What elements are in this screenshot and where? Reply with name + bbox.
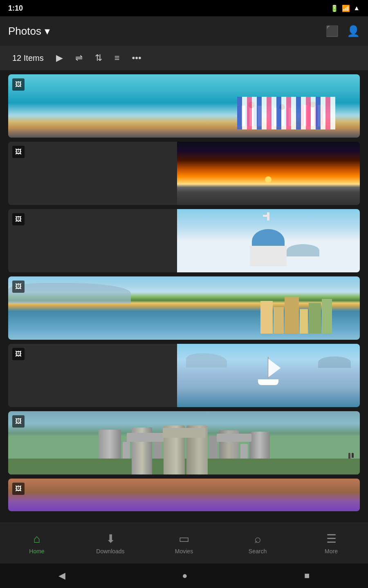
more-options-button[interactable]: ••• — [132, 53, 141, 63]
search-label: Search — [249, 548, 267, 555]
status-icons: 🔋 📶 ▲ — [330, 4, 360, 12]
nav-search[interactable]: ⌕ Search — [221, 532, 294, 555]
filter2-button[interactable]: ≡ — [114, 53, 120, 63]
home-icon: ⌂ — [34, 532, 40, 546]
svg-point-13 — [279, 104, 285, 110]
dropdown-icon: ▾ — [45, 25, 50, 38]
media-item-4[interactable]: 🖼 — [8, 276, 360, 340]
wifi-icon: ▲ — [353, 4, 360, 12]
media-icon-7: 🖼 — [12, 483, 25, 495]
media-item-6[interactable]: 🖼 — [8, 411, 360, 474]
svg-rect-2 — [249, 106, 254, 126]
media-item-2[interactable]: 🖼 — [8, 142, 360, 205]
svg-rect-9 — [304, 105, 307, 126]
media-image-4 — [8, 276, 360, 340]
toolbar: 12 Items ▶ ⇌ ⇅ ≡ ••• — [0, 46, 368, 70]
nav-more[interactable]: ☰ More — [294, 532, 368, 555]
media-icon-2: 🖼 — [12, 146, 25, 158]
svg-rect-8 — [301, 105, 323, 126]
svg-point-14 — [310, 102, 316, 107]
svg-rect-7 — [289, 108, 292, 126]
media-item-5[interactable]: 🖼 — [8, 344, 360, 407]
media-icon-4: 🖼 — [12, 281, 25, 293]
status-time: 1:10 — [8, 4, 23, 13]
nav-downloads[interactable]: ⬇ Downloads — [74, 532, 147, 555]
profile-icon[interactable]: 👤 — [347, 25, 360, 38]
media-list: 🖼 — [0, 70, 368, 560]
home-label: Home — [29, 548, 44, 555]
nav-home[interactable]: ⌂ Home — [0, 532, 74, 555]
app-bar: Photos ▾ ⬛ 👤 — [0, 16, 368, 46]
media-item-1[interactable]: 🖼 — [8, 74, 360, 138]
media-image-6 — [8, 411, 360, 474]
media-icon-6: 🖼 — [12, 415, 25, 428]
bottom-nav: ⌂ Home ⬇ Downloads ▭ Movies ⌕ Search ☰ M… — [0, 523, 368, 564]
media-icon-1: 🖼 — [12, 78, 25, 91]
movies-icon: ▭ — [179, 532, 189, 546]
svg-rect-0 — [237, 106, 262, 126]
signal-icon: 📶 — [342, 4, 350, 12]
downloads-icon: ⬇ — [106, 532, 115, 546]
svg-rect-11 — [318, 105, 321, 126]
media-image-1 — [8, 74, 360, 138]
app-bar-actions: ⬛ 👤 — [325, 25, 360, 38]
downloads-label: Downloads — [96, 548, 124, 555]
more-label: More — [325, 548, 338, 555]
play-button[interactable]: ▶ — [56, 53, 63, 63]
svg-rect-6 — [281, 108, 285, 126]
svg-rect-3 — [258, 106, 262, 126]
app-title-text: Photos — [8, 25, 41, 38]
search-icon: ⌕ — [254, 532, 261, 546]
app-title[interactable]: Photos ▾ — [8, 25, 50, 38]
media-image-7 — [8, 479, 360, 511]
svg-rect-10 — [311, 105, 314, 126]
svg-rect-1 — [241, 106, 245, 126]
home-button[interactable]: ● — [182, 570, 187, 581]
svg-rect-4 — [270, 108, 292, 126]
media-icon-3: 🖼 — [12, 213, 25, 225]
filter1-button[interactable]: ⇅ — [95, 53, 102, 63]
media-item-7[interactable]: 🖼 — [8, 479, 360, 511]
status-bar: 1:10 🔋 📶 ▲ — [0, 0, 368, 16]
shuffle-button[interactable]: ⇌ — [75, 53, 83, 63]
svg-point-12 — [248, 102, 255, 108]
items-count: 12 Items — [12, 53, 44, 63]
recent-button[interactable]: ■ — [304, 570, 310, 581]
battery-icon: 🔋 — [330, 4, 339, 12]
media-item-3[interactable]: 🖼 — [8, 209, 360, 272]
media-icon-5: 🖼 — [12, 348, 25, 360]
svg-rect-5 — [274, 108, 277, 126]
nav-movies[interactable]: ▭ Movies — [147, 532, 221, 555]
system-nav: ◀ ● ■ — [0, 564, 368, 588]
back-button[interactable]: ◀ — [58, 570, 65, 581]
cast-icon[interactable]: ⬛ — [325, 25, 339, 38]
more-icon: ☰ — [326, 532, 337, 546]
movies-label: Movies — [175, 548, 193, 555]
